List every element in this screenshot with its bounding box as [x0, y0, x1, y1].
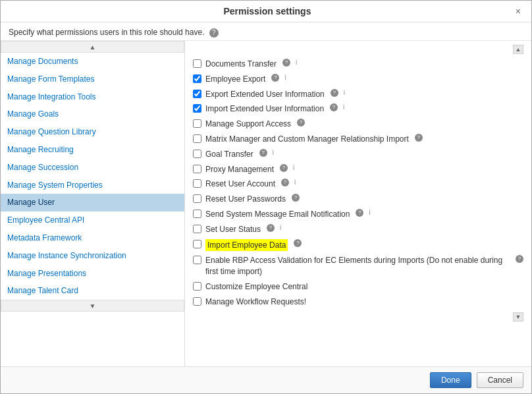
- right-permissions-panel[interactable]: ▲ Documents Transfer?iEmployee Export?iE…: [185, 41, 531, 366]
- permission-label-manage-support-access: Manage Support Access: [205, 119, 291, 130]
- permission-items-list: Documents Transfer?iEmployee Export?iExp…: [193, 57, 523, 310]
- permission-item-manage-support-access: Manage Support Access?: [193, 117, 523, 132]
- info-icon-documents-transfer[interactable]: ?: [282, 59, 290, 67]
- permission-item-import-employee-data: Import Employee Data?: [193, 237, 523, 254]
- checkbox-enable-rbp-access[interactable]: [193, 256, 201, 264]
- checkbox-reset-user-passwords[interactable]: [193, 194, 201, 203]
- sort-icon-export-extended-user-info: i: [344, 89, 345, 96]
- permission-label-send-system-message: Send System Message Email Notification: [205, 209, 350, 220]
- checkbox-send-system-message[interactable]: [193, 210, 201, 218]
- sidebar-item-manage-talent-card[interactable]: Manage Talent Card: [1, 282, 184, 300]
- checkbox-proxy-management[interactable]: [193, 165, 201, 173]
- sidebar-item-manage-integration-tools[interactable]: Manage Integration Tools: [1, 88, 184, 106]
- sidebar-item-manage-user[interactable]: Manage User: [1, 194, 184, 211]
- info-icon-employee-export[interactable]: ?: [271, 74, 279, 82]
- permission-label-employee-export: Employee Export: [205, 74, 265, 85]
- permission-label-customize-employee-central: Customize Employee Central: [205, 281, 307, 293]
- content-area: ▲ Manage DocumentsManage Form TemplatesM…: [1, 41, 531, 366]
- checkbox-documents-transfer[interactable]: [193, 59, 201, 68]
- sidebar-item-manage-recruiting[interactable]: Manage Recruiting: [1, 141, 184, 159]
- permission-item-reset-user-account: Reset User Account?i: [193, 177, 523, 192]
- sidebar-item-manage-succession[interactable]: Manage Succession: [1, 159, 184, 177]
- sidebar-item-employee-central-api[interactable]: Employee Central API: [1, 211, 184, 229]
- intro-text: Specify what permissions users in this r…: [9, 28, 204, 37]
- sidebar-item-manage-documents[interactable]: Manage Documents: [1, 53, 184, 70]
- permission-label-manage-workflow-requests: Manage Workflow Requests!: [205, 296, 306, 308]
- permission-label-documents-transfer: Documents Transfer: [205, 59, 277, 70]
- permission-item-enable-rbp-access: Enable RBP Access Validation for EC Elem…: [193, 253, 523, 279]
- permission-label-proxy-management: Proxy Management: [205, 164, 274, 175]
- checkbox-goal-transfer[interactable]: [193, 150, 201, 158]
- permission-item-manage-workflow-requests: Manage Workflow Requests!: [193, 295, 523, 310]
- info-icon-reset-user-account[interactable]: ?: [281, 179, 289, 186]
- checkbox-import-extended-user-info[interactable]: [193, 104, 201, 113]
- permission-label-reset-user-account: Reset User Account: [205, 179, 275, 190]
- left-scroll-down-button[interactable]: ▼: [1, 300, 184, 312]
- sidebar-item-manage-question-library[interactable]: Manage Question Library: [1, 123, 184, 141]
- left-nav-panel: ▲ Manage DocumentsManage Form TemplatesM…: [1, 41, 185, 366]
- info-icon-manage-support-access[interactable]: ?: [297, 119, 305, 127]
- permission-item-send-system-message: Send System Message Email Notification?i: [193, 207, 523, 222]
- checkbox-manage-support-access[interactable]: [193, 119, 201, 128]
- sort-icon-reset-user-account: i: [294, 179, 296, 186]
- info-icon-send-system-message[interactable]: ?: [356, 209, 363, 217]
- permission-item-employee-export: Employee Export?i: [193, 72, 523, 87]
- sidebar-item-metadata-framework[interactable]: Metadata Framework: [1, 229, 184, 247]
- info-icon-export-extended-user-info[interactable]: ?: [331, 89, 338, 97]
- checkbox-import-employee-data[interactable]: [193, 240, 201, 248]
- sort-icon-import-extended-user-info: i: [343, 103, 344, 111]
- checkbox-set-user-status[interactable]: [193, 225, 201, 233]
- checkbox-export-extended-user-info[interactable]: [193, 90, 201, 98]
- done-button[interactable]: Done: [430, 372, 471, 388]
- permission-label-enable-rbp-access: Enable RBP Access Validation for EC Elem…: [205, 255, 510, 277]
- info-icon-import-extended-user-info[interactable]: ?: [330, 103, 338, 111]
- intro-text-bar: Specify what permissions users in this r…: [1, 22, 531, 41]
- checkbox-matrix-manager[interactable]: [193, 134, 201, 143]
- permission-item-set-user-status: Set User Status?i: [193, 222, 523, 237]
- dialog-body: Specify what permissions users in this r…: [1, 22, 531, 366]
- info-icon-matrix-manager[interactable]: ?: [415, 134, 423, 142]
- checkbox-customize-employee-central[interactable]: [193, 282, 201, 291]
- permission-label-export-extended-user-info: Export Extended User Information: [205, 89, 325, 100]
- permission-label-goal-transfer: Goal Transfer: [205, 149, 253, 160]
- info-icon-goal-transfer[interactable]: ?: [259, 149, 267, 157]
- right-scroll-down-button[interactable]: ▼: [513, 312, 523, 322]
- dialog-footer: Done Cancel: [1, 366, 531, 393]
- checkbox-manage-workflow-requests[interactable]: [193, 297, 201, 306]
- right-scroll-up-button[interactable]: ▲: [513, 45, 523, 54]
- permission-item-matrix-manager: Matrix Manager and Custom Manager Relati…: [193, 132, 523, 147]
- sort-icon-employee-export: i: [284, 74, 286, 81]
- permission-dialog: Permission settings × Specify what permi…: [0, 0, 532, 394]
- left-nav-list: Manage DocumentsManage Form TemplatesMan…: [1, 53, 184, 300]
- permission-label-reset-user-passwords: Reset User Passwords: [205, 194, 286, 205]
- close-button[interactable]: ×: [513, 6, 523, 16]
- cancel-button[interactable]: Cancel: [477, 372, 523, 388]
- permission-label-import-employee-data: Import Employee Data: [205, 239, 288, 252]
- sort-icon-goal-transfer: i: [273, 149, 274, 156]
- permission-item-documents-transfer: Documents Transfer?i: [193, 57, 523, 72]
- permission-item-proxy-management: Proxy Management?i: [193, 162, 523, 177]
- checkbox-employee-export[interactable]: [193, 74, 201, 83]
- permission-item-customize-employee-central: Customize Employee Central: [193, 279, 523, 295]
- info-icon-enable-rbp-access[interactable]: ?: [516, 255, 523, 263]
- checkbox-reset-user-account[interactable]: [193, 179, 201, 188]
- permission-item-export-extended-user-info: Export Extended User Information?i: [193, 87, 523, 102]
- sidebar-item-manage-system-properties[interactable]: Manage System Properties: [1, 177, 184, 194]
- info-icon-import-employee-data[interactable]: ?: [294, 239, 302, 247]
- permission-item-import-extended-user-info: Import Extended User Information?i: [193, 101, 523, 117]
- sort-icon-set-user-status: i: [280, 224, 281, 231]
- sidebar-item-manage-form-templates[interactable]: Manage Form Templates: [1, 70, 184, 88]
- left-scroll-up-button[interactable]: ▲: [1, 41, 184, 53]
- permission-label-import-extended-user-info: Import Extended User Information: [205, 103, 324, 115]
- info-icon-reset-user-passwords[interactable]: ?: [292, 194, 300, 202]
- sort-icon-documents-transfer: i: [296, 59, 297, 66]
- dialog-title-bar: Permission settings ×: [1, 1, 531, 22]
- sidebar-item-manage-instance-sync[interactable]: Manage Instance Synchronization: [1, 247, 184, 265]
- info-icon-set-user-status[interactable]: ?: [267, 224, 275, 232]
- sidebar-item-manage-presentations[interactable]: Manage Presentations: [1, 265, 184, 283]
- dialog-title: Permission settings: [22, 6, 513, 16]
- sort-icon-send-system-message: i: [369, 209, 370, 216]
- info-icon-proxy-management[interactable]: ?: [280, 164, 288, 172]
- intro-help-icon[interactable]: ?: [209, 28, 219, 38]
- sidebar-item-manage-goals[interactable]: Manage Goals: [1, 105, 184, 123]
